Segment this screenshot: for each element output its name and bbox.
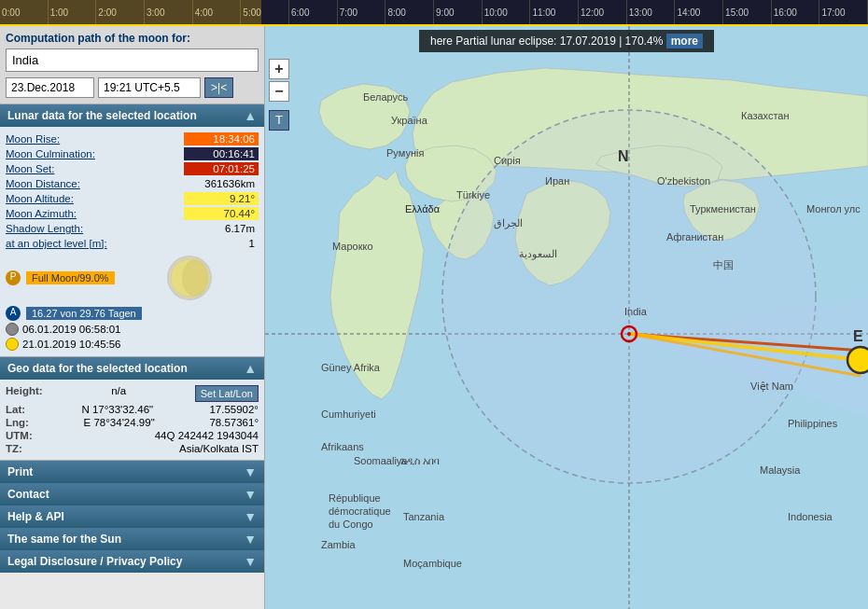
lng-value: E 78°34'24.99" [84,417,155,428]
datetime-row: >|< [6,77,259,98]
moon-rise-label[interactable]: Moon Rise: [6,133,60,145]
moon-az-row: Moon Azimuth: 70.44° [6,207,259,220]
location-input[interactable] [6,48,259,72]
legal-header[interactable]: Legal Disclosure / Privacy Policy ▼ [0,550,264,573]
lat-deg: 17.55902° [209,404,259,415]
svg-text:Malaysia: Malaysia [760,464,801,476]
moon-culm-label[interactable]: Moon Culmination: [6,148,95,159]
tz-label: TZ: [6,443,22,454]
svg-text:India: India [624,306,648,317]
moon-rise-value: 18:34:06 [184,132,259,145]
eclipse-more-link[interactable]: more [666,34,703,48]
set-latlon-button[interactable]: Set Lat/Lon [195,385,259,402]
hour-6[interactable]: 6:00 [289,0,338,24]
hour-7[interactable]: 7:00 [338,0,386,24]
next-phase-2-row: 21.01.2019 10:45:56 [6,338,259,351]
time-input[interactable] [98,77,201,98]
next-phase-1-row: 06.01.2019 06:58:01 [6,323,259,336]
lng-deg: 78.57361° [209,417,259,428]
svg-text:Tanzania: Tanzania [403,511,445,522]
phase-badges-row: P Full Moon/99.0% [6,254,259,302]
date-input[interactable] [6,77,94,98]
moon-az-label[interactable]: Moon Azimuth: [6,208,77,219]
svg-text:Афганистан: Афганистан [666,231,723,242]
sun-section-arrow: ▼ [244,532,257,547]
svg-text:中国: 中国 [713,259,734,270]
phase-days-row: A 16.27 von 29.76 Tagen [6,306,259,321]
hour-13[interactable]: 13:00 [627,0,676,24]
svg-text:Туркменистан: Туркменистан [690,203,756,215]
height-value: n/a [111,385,126,402]
sun-section-label: The same for the Sun [7,533,121,546]
geo-section-arrow: ▲ [244,361,257,376]
lunar-section-arrow: ▲ [244,108,257,123]
moon-set-label[interactable]: Moon Set: [6,163,54,174]
print-arrow: ▼ [244,464,257,479]
hour-10[interactable]: 10:00 [483,0,531,24]
svg-text:Казахстан: Казахстан [741,110,790,121]
moon-dist-label[interactable]: Moon Distance: [6,178,80,189]
geo-section-header[interactable]: Geo data for the selected location ▲ [0,357,264,380]
lat-value: N 17°33'32.46" [81,404,153,415]
hour-9[interactable]: 9:00 [434,0,483,24]
geo-section-title: Geo data for the selected location [7,362,188,375]
lunar-section-title: Lunar data for the selected location [7,109,197,122]
next-phase-2-value: 21.01.2019 10:45:56 [22,339,121,350]
full-moon-badge: Full Moon/99.0% [26,271,115,284]
svg-text:Moçambique: Moçambique [403,558,462,569]
legal-label: Legal Disclosure / Privacy Policy [7,555,182,568]
print-label: Print [7,465,33,478]
svg-text:Philippines: Philippines [788,418,838,429]
hour-12[interactable]: 12:00 [579,0,627,24]
height-row: Height: n/a Set Lat/Lon [6,385,259,402]
moon-alt-value: 9.21° [184,192,259,205]
svg-text:République: République [329,492,381,504]
nav-button[interactable]: >|< [204,77,233,98]
svg-text:démocratique: démocratique [329,505,391,517]
svg-text:Cumhuriyeti: Cumhuriyeti [321,408,376,420]
lng-label: Lng: [6,417,29,428]
hour-14[interactable]: 14:00 [675,0,723,24]
svg-text:Việt Nam: Việt Nam [750,381,793,393]
panel-title: Computation path of the moon for: [6,32,259,45]
hour-15[interactable]: 15:00 [723,0,772,24]
map-area[interactable]: here Partial lunar eclipse: 17.07.2019 |… [265,26,868,609]
hour-16[interactable]: 16:00 [772,0,820,24]
moon-dist-value: 361636km [184,177,259,190]
shadow-label[interactable]: Shadow Length: [6,223,83,234]
t-button[interactable]: T [269,110,289,131]
left-panel: Computation path of the moon for: >|< Lu… [0,26,265,609]
badge-p: P [6,270,21,285]
moon-alt-row: Moon Altitude: 9.21° [6,192,259,205]
hour-17[interactable]: 17:00 [819,0,868,24]
contact-header[interactable]: Contact ▼ [0,483,264,505]
main-container: Computation path of the moon for: >|< Lu… [0,26,868,609]
hour-8[interactable]: 8:00 [385,0,434,24]
zoom-in-button[interactable]: + [269,59,289,79]
moon-culm-value: 00:16:41 [184,147,259,160]
svg-text:Румунія: Румунія [386,147,424,159]
timeline-bar: 0:00 1:00 2:00 3:00 4:00 5:00 6:00 7:00 … [0,0,868,26]
object-row: at an object level [m]: 1 [6,237,259,250]
object-value: 1 [184,237,259,250]
print-header[interactable]: Print ▼ [0,461,264,483]
sun-section-header[interactable]: The same for the Sun ▼ [0,528,264,550]
full-moon-icon [6,338,19,351]
svg-text:Afrikaans: Afrikaans [321,441,364,452]
lunar-section-header[interactable]: Lunar data for the selected location ▲ [0,104,264,127]
timeline-highlight [0,0,261,24]
hour-11[interactable]: 11:00 [530,0,579,24]
svg-text:Монгол улс: Монгол улс [806,203,861,215]
svg-text:Ελλάδα: Ελλάδα [405,203,441,215]
moon-culm-row: Moon Culmination: 00:16:41 [6,147,259,160]
svg-text:N: N [618,148,629,164]
utm-value: 44Q 242442 1943044 [155,430,259,441]
shadow-row: Shadow Length: 6.17m [6,222,259,235]
moon-alt-label[interactable]: Moon Altitude: [6,193,74,204]
utm-label: UTM: [6,430,33,441]
lng-row: Lng: E 78°34'24.99" 78.57361° [6,417,259,428]
lunar-section: Moon Rise: 18:34:06 Moon Culmination: 00… [0,127,264,357]
object-label[interactable]: at an object level [m]: [6,238,107,249]
help-header[interactable]: Help & API ▼ [0,505,264,528]
zoom-out-button[interactable]: − [269,81,289,102]
